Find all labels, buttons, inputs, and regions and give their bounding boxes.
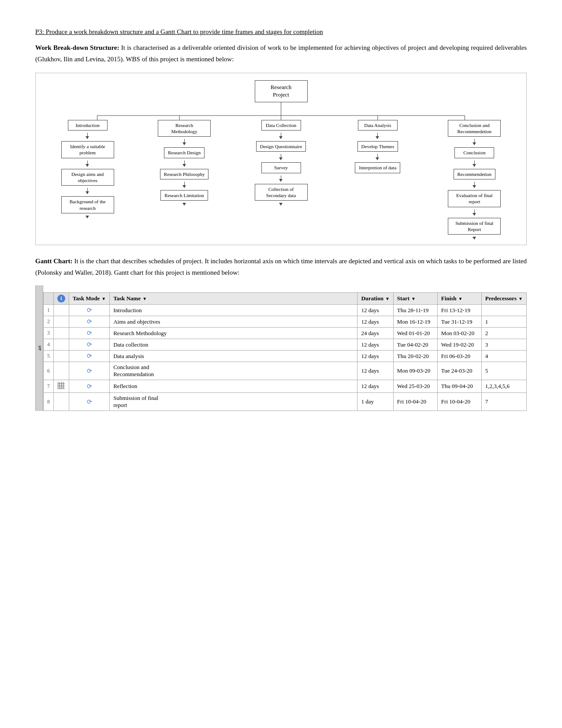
wbs-node-research-limitation: Research Limitation	[160, 190, 208, 201]
finish-cell: Fri 13-12-19	[437, 305, 481, 316]
task-name-cell: Conclusion andRecommendation	[110, 362, 357, 380]
th-row-num	[44, 293, 54, 305]
info-icon: i	[57, 295, 65, 302]
finish-cell: Mon 03-02-20	[437, 328, 481, 339]
row-num: 3	[44, 328, 54, 339]
wbs-col-conclusion: Conclusion and Recommnedetion Conclusion…	[426, 120, 523, 239]
mode-cell: ⟳	[69, 316, 110, 328]
pred-cell: 1	[481, 316, 526, 328]
table-row: 5 ⟳ Data analysis 12 days Thu 20-02-20 F…	[44, 351, 527, 362]
th-task-mode[interactable]: Task Mode ▼	[69, 293, 110, 305]
wbs-col-data-analysis: Data Analysis Develop Themes Interpretio…	[329, 120, 426, 239]
task-name-cell: Submission of finalreport	[110, 393, 357, 411]
wbs-node-introduction: Introduction	[68, 120, 108, 131]
pred-cell: 3	[481, 339, 526, 351]
row-num: 8	[44, 393, 54, 411]
mode-cell: ⟳	[69, 328, 110, 339]
task-mode-icon: ⟳	[87, 330, 92, 336]
wbs-col-data-collection: Data Collection Design Questionnaire Sur…	[233, 120, 329, 239]
task-name-cell: Research Methodology	[110, 328, 357, 339]
row-num: 4	[44, 339, 54, 351]
task-name-cell: Reflection	[110, 380, 357, 393]
th-finish-label: Finish	[441, 295, 457, 302]
finish-cell: Tue 31-12-19	[437, 316, 481, 328]
finish-cell: Fri 06-03-20	[437, 351, 481, 362]
icon-cell	[54, 393, 69, 411]
mode-cell: ⟳	[69, 351, 110, 362]
duration-cell: 12 days	[357, 380, 393, 393]
wbs-node-design-aims: Design aims and objectives	[61, 169, 114, 186]
wbs-col-introduction: Introduction Identify a suitable problem…	[39, 120, 136, 239]
duration-cell: 24 days	[357, 328, 393, 339]
wbs-node-interpretion-data: Interpretion of data	[355, 162, 400, 173]
duration-cell: 12 days	[357, 316, 393, 328]
icon-cell	[54, 362, 69, 380]
wbs-node-research-philosophy: Research Philosophy	[160, 169, 209, 179]
icon-cell	[54, 380, 69, 393]
gantt-table-container: art i Task Mode ▼ Task Name ▼	[35, 285, 527, 411]
icon-cell	[54, 328, 69, 339]
th-start[interactable]: Start ▼	[393, 293, 437, 305]
wbs-node-conclusion-recomm: Conclusion and Recommnedetion	[448, 120, 501, 137]
th-task-mode-label: Task Mode	[73, 295, 100, 302]
th-predecessors[interactable]: Predecessors ▼	[481, 293, 526, 305]
wbs-node-data-analysis: Data Analysis	[358, 120, 398, 131]
wbs-node-data-collection: Data Collection	[261, 120, 301, 131]
finish-cell: Wed 19-02-20	[437, 339, 481, 351]
wbs-node-develop-themes: Develop Themes	[357, 141, 398, 152]
th-task-name[interactable]: Task Name ▼	[110, 293, 357, 305]
wbs-root-connector	[39, 102, 523, 120]
th-predecessors-label: Predecessors	[485, 295, 517, 302]
wbs-node-identify-problem: Identify a suitable problem	[61, 141, 114, 158]
mode-cell: ⟳	[69, 362, 110, 380]
duration-cell: 1 day	[357, 393, 393, 411]
task-name-cell: Introduction	[110, 305, 357, 316]
finish-cell: Fri 10-04-20	[437, 393, 481, 411]
task-mode-icon: ⟳	[87, 383, 92, 390]
wbs-node-submission-final: Submission of final Report	[448, 218, 501, 235]
wbs-col-methodology: Research Methodology Research Design Res…	[136, 120, 232, 239]
gantt-table: i Task Mode ▼ Task Name ▼ Durat	[43, 292, 527, 411]
wbs-node-background: Background of the research	[61, 196, 114, 213]
th-finish-arrow[interactable]: ▼	[458, 296, 463, 301]
wbs-node-survey: Survey	[261, 162, 301, 173]
th-task-mode-arrow[interactable]: ▼	[101, 296, 106, 301]
wbs-node-recommendetion: Recommendetion	[454, 169, 496, 179]
wbs-node-methodology: Research Methodology	[158, 120, 211, 137]
mode-cell: ⟳	[69, 305, 110, 316]
table-row: 1 ⟳ Introduction 12 days Thu 28-11-19 Fr…	[44, 305, 527, 316]
finish-cell: Tue 24-03-20	[437, 362, 481, 380]
wbs-node-research-design: Research Design	[164, 147, 205, 158]
th-finish[interactable]: Finish ▼	[437, 293, 481, 305]
icon-cell	[54, 351, 69, 362]
th-predecessors-arrow[interactable]: ▼	[518, 296, 523, 301]
th-info: i	[54, 293, 69, 305]
th-start-label: Start	[397, 295, 409, 302]
gantt-intro-label: Gantt Chart:	[35, 258, 73, 265]
th-duration-arrow[interactable]: ▼	[385, 296, 390, 301]
icon-cell	[54, 316, 69, 328]
th-start-arrow[interactable]: ▼	[411, 296, 416, 301]
duration-cell: 12 days	[357, 351, 393, 362]
wbs-node-conclusion: Conclusion	[454, 147, 494, 158]
row-num: 6	[44, 362, 54, 380]
start-cell: Mon 09-03-20	[393, 362, 437, 380]
duration-cell: 12 days	[357, 362, 393, 380]
mode-cell: ⟳	[69, 339, 110, 351]
table-row: 2 ⟳ Aims and objectives 12 days Mon 16-1…	[44, 316, 527, 328]
wbs-diagram: Research Project Introduction Identify a…	[35, 73, 527, 245]
wbs-root-node: Research Project	[255, 80, 308, 102]
th-duration[interactable]: Duration ▼	[357, 293, 393, 305]
gantt-header-row: i Task Mode ▼ Task Name ▼ Durat	[44, 293, 527, 305]
task-name-cell: Aims and objectives	[110, 316, 357, 328]
start-cell: Thu 20-02-20	[393, 351, 437, 362]
task-mode-icon: ⟳	[87, 341, 92, 348]
mode-cell: ⟳	[69, 380, 110, 393]
icon-cell	[54, 305, 69, 316]
th-task-name-arrow[interactable]: ▼	[142, 296, 147, 301]
th-duration-label: Duration	[361, 295, 383, 302]
table-row: 7 ⟳ Reflection 12 days Wed 25-03-20 Thu …	[44, 380, 527, 393]
pred-cell: 4	[481, 351, 526, 362]
start-cell: Tue 04-02-20	[393, 339, 437, 351]
task-name-cell: Data analysis	[110, 351, 357, 362]
